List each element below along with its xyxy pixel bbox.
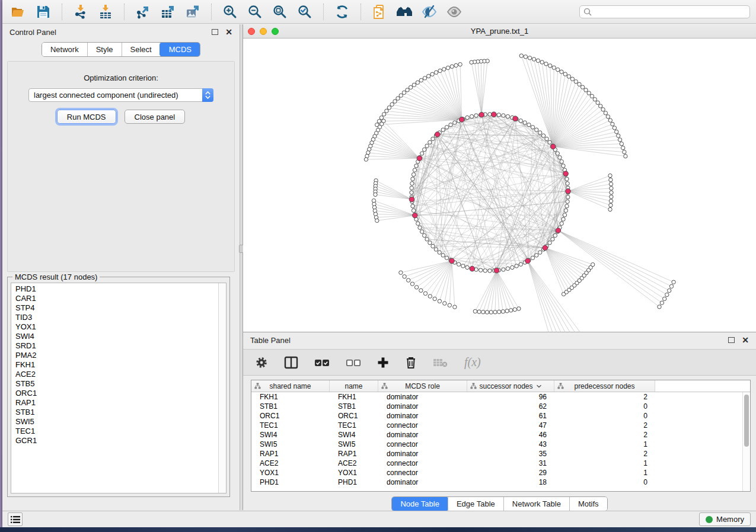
column-header-predecessor-nodes[interactable]: predecessor nodes bbox=[554, 380, 655, 392]
table-cell[interactable]: SWI5 bbox=[330, 440, 378, 448]
window-zoom-icon[interactable] bbox=[272, 28, 279, 35]
export-network-icon[interactable] bbox=[133, 2, 153, 21]
table-row[interactable]: RAP1RAP1dominator352 bbox=[251, 449, 742, 459]
table-cell[interactable]: 62 bbox=[467, 402, 554, 411]
table-cell[interactable]: connector bbox=[378, 421, 467, 430]
table-cell[interactable]: 1 bbox=[554, 469, 655, 477]
tab-motifs[interactable]: Motifs bbox=[569, 497, 607, 511]
add-column-icon[interactable] bbox=[377, 357, 389, 368]
mcds-result-item[interactable]: CAR1 bbox=[15, 294, 218, 303]
table-cell[interactable]: 0 bbox=[554, 402, 655, 411]
mcds-result-item[interactable]: ORC1 bbox=[15, 389, 218, 398]
table-cell[interactable]: dominator bbox=[378, 393, 467, 401]
hide-selected-icon[interactable] bbox=[419, 2, 439, 21]
table-cell[interactable]: SWI4 bbox=[251, 431, 330, 439]
table-cell[interactable]: TEC1 bbox=[330, 421, 378, 430]
tab-node-table[interactable]: Node Table bbox=[391, 496, 448, 511]
table-cell[interactable]: SWI5 bbox=[251, 440, 330, 448]
network-canvas[interactable] bbox=[243, 39, 756, 332]
table-cell[interactable]: 2 bbox=[554, 421, 655, 430]
table-cell[interactable]: dominator bbox=[378, 478, 467, 486]
show-column-panel-icon[interactable] bbox=[284, 356, 298, 369]
zoom-out-icon[interactable] bbox=[245, 2, 265, 21]
export-table-icon[interactable] bbox=[158, 2, 178, 21]
search-box[interactable] bbox=[579, 5, 750, 18]
table-cell[interactable]: FKH1 bbox=[251, 393, 330, 401]
table-cell[interactable]: PHD1 bbox=[251, 478, 330, 486]
window-close-icon[interactable] bbox=[248, 28, 255, 35]
table-cell[interactable]: 0 bbox=[554, 412, 655, 420]
table-row[interactable]: PHD1PHD1dominator180 bbox=[251, 477, 742, 487]
mcds-result-item[interactable]: TEC1 bbox=[15, 427, 218, 436]
table-cell[interactable]: connector bbox=[378, 440, 467, 448]
table-cell[interactable]: 29 bbox=[467, 469, 554, 477]
tab-style[interactable]: Style bbox=[87, 43, 122, 56]
table-cell[interactable]: 2 bbox=[554, 450, 655, 458]
optimization-criterion-select[interactable]: largest connected component (undirected) bbox=[28, 88, 213, 102]
mcds-result-item[interactable]: ACE2 bbox=[15, 370, 218, 379]
search-input[interactable] bbox=[595, 8, 746, 16]
first-neighbors-icon[interactable] bbox=[394, 2, 414, 21]
show-all-icon[interactable] bbox=[444, 2, 464, 21]
select-all-columns-icon[interactable] bbox=[314, 357, 330, 368]
mcds-result-item[interactable]: STB1 bbox=[15, 408, 218, 417]
table-cell[interactable]: ORC1 bbox=[251, 412, 330, 420]
table-cell[interactable]: TEC1 bbox=[251, 421, 330, 430]
refresh-view-icon[interactable] bbox=[332, 2, 352, 21]
memory-button[interactable]: Memory bbox=[699, 512, 751, 526]
table-cell[interactable]: 31 bbox=[467, 459, 554, 467]
open-file-icon[interactable] bbox=[8, 2, 28, 21]
mcds-result-item[interactable]: SRD1 bbox=[15, 341, 218, 351]
mcds-result-item[interactable]: STP4 bbox=[15, 303, 218, 313]
table-cell[interactable]: STB1 bbox=[330, 402, 378, 411]
tab-network[interactable]: Network bbox=[42, 43, 87, 56]
table-row[interactable]: SWI5SWI5connector431 bbox=[251, 440, 742, 449]
zoom-selected-icon[interactable] bbox=[295, 2, 315, 21]
table-settings-gear-icon[interactable] bbox=[255, 356, 268, 369]
column-header-MCDS-role[interactable]: MCDS role bbox=[378, 380, 467, 392]
table-row[interactable]: TEC1TEC1connector472 bbox=[251, 421, 742, 430]
table-cell[interactable]: PHD1 bbox=[330, 478, 378, 486]
table-cell[interactable]: FKH1 bbox=[330, 393, 378, 401]
tab-select[interactable]: Select bbox=[122, 43, 160, 56]
table-row[interactable]: ACE2ACE2connector311 bbox=[251, 459, 742, 468]
zoom-fit-icon[interactable] bbox=[270, 2, 290, 21]
table-cell[interactable]: 1 bbox=[554, 459, 655, 467]
mcds-result-list[interactable]: PHD1CAR1STP4TID3YOX1SWI4SRD1PMA2FKH1ACE2… bbox=[11, 283, 218, 493]
tab-edge-table[interactable]: Edge Table bbox=[448, 497, 503, 511]
table-cell[interactable]: 96 bbox=[467, 393, 554, 401]
mcds-result-item[interactable]: PMA2 bbox=[15, 351, 218, 360]
table-cell[interactable]: ACE2 bbox=[251, 459, 330, 467]
network-from-clipboard-icon[interactable] bbox=[369, 2, 390, 21]
network-graph[interactable] bbox=[243, 39, 756, 332]
table-cell[interactable]: dominator bbox=[378, 450, 467, 458]
table-cell[interactable]: dominator bbox=[378, 412, 467, 420]
table-row[interactable]: YOX1YOX1connector291 bbox=[251, 468, 742, 477]
window-minimize-icon[interactable] bbox=[260, 28, 267, 35]
run-mcds-button[interactable]: Run MCDS bbox=[57, 110, 116, 124]
mcds-result-item[interactable]: RAP1 bbox=[15, 398, 218, 408]
mcds-list-scrollbar[interactable] bbox=[218, 283, 226, 493]
table-cell[interactable]: RAP1 bbox=[251, 450, 330, 458]
mcds-result-item[interactable]: GCR1 bbox=[15, 436, 218, 446]
mcds-result-item[interactable]: SWI4 bbox=[15, 332, 218, 341]
table-cell[interactable]: ACE2 bbox=[330, 459, 378, 467]
table-cell[interactable]: 2 bbox=[554, 431, 655, 439]
table-cell[interactable]: dominator bbox=[378, 402, 467, 411]
tab-network-table[interactable]: Network Table bbox=[503, 497, 569, 511]
column-header-successor-nodes[interactable]: successor nodes bbox=[467, 380, 554, 392]
float-panel-button[interactable] bbox=[212, 29, 218, 35]
table-cell[interactable]: connector bbox=[378, 469, 467, 477]
table-row[interactable]: FKH1FKH1dominator962 bbox=[251, 392, 742, 402]
table-cell[interactable]: SWI4 bbox=[330, 431, 378, 439]
column-header-name[interactable]: name bbox=[330, 380, 378, 392]
table-cell[interactable]: 0 bbox=[554, 478, 655, 486]
table-cell[interactable]: STB1 bbox=[251, 402, 330, 411]
column-header-shared-name[interactable]: shared name bbox=[251, 380, 330, 392]
mcds-result-item[interactable]: PHD1 bbox=[15, 284, 218, 294]
unselect-all-columns-icon[interactable] bbox=[346, 357, 361, 368]
tab-mcds[interactable]: MCDS bbox=[160, 42, 200, 57]
table-scrollbar-thumb[interactable] bbox=[744, 395, 749, 447]
mcds-result-item[interactable]: STB5 bbox=[15, 379, 218, 389]
table-cell[interactable]: 46 bbox=[467, 431, 554, 439]
